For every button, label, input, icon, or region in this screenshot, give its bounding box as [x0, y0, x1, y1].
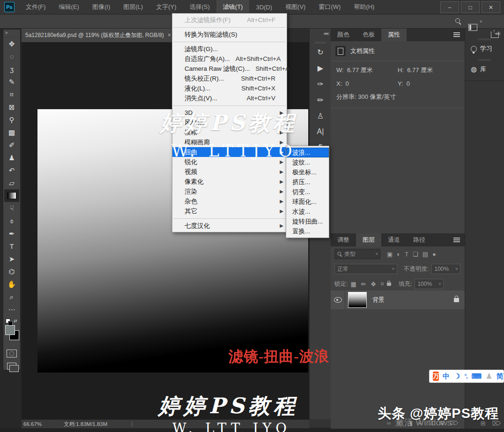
move-tool-icon[interactable]: ✥ — [4, 37, 19, 50]
menu-item-video[interactable]: 视频 ▶ — [172, 167, 287, 177]
ime-user-icon[interactable]: ♟ — [486, 372, 492, 380]
lock-artboard-icon[interactable]: ⌗ — [381, 280, 384, 288]
blend-mode-select[interactable]: 正常 ˅ — [334, 264, 397, 274]
gradient-tool-icon[interactable] — [4, 189, 19, 202]
workspace-icon[interactable] — [468, 24, 477, 31]
workspace-chevron-icon[interactable]: ˅ — [480, 19, 482, 24]
default-colors-icon[interactable] — [6, 319, 10, 323]
pen-tool-icon[interactable]: ✒ — [4, 227, 19, 240]
close-button[interactable]: ✕ — [482, 1, 500, 13]
tab-adjustments[interactable]: 调整 — [331, 233, 356, 246]
search-icon[interactable] — [455, 18, 461, 24]
menu-item-filter-gallery[interactable]: 滤镜库(G)... — [172, 44, 287, 54]
menu-type[interactable]: 文字(Y) — [149, 0, 183, 14]
history-panel-icon[interactable]: ↻ — [312, 45, 329, 59]
share-icon[interactable] — [491, 31, 499, 38]
menu-item-lens-correction[interactable]: 镜头校正(R)... Shift+Ctrl+R — [172, 74, 287, 83]
zoom-tool-icon[interactable]: ⌕ — [4, 290, 19, 303]
tab-channels[interactable]: 通道 — [381, 233, 407, 246]
submenu-item-displace[interactable]: 置换... — [286, 226, 329, 236]
panel-menu-icon[interactable] — [453, 32, 460, 37]
type-tool-icon[interactable]: T — [4, 240, 19, 253]
layer-visibility-toggle[interactable] — [331, 290, 345, 309]
actions-panel-icon[interactable]: ▶ — [312, 61, 329, 75]
frame-tool-icon[interactable]: ⊠ — [4, 101, 19, 113]
toolbar-collapse-icon[interactable]: » — [3, 30, 20, 37]
screen-mode-button[interactable] — [7, 363, 16, 370]
opacity-select[interactable]: 100% ˅ — [431, 264, 460, 274]
menu-layer[interactable]: 图层(L) — [117, 0, 149, 14]
ime-logo-icon[interactable]: 万 — [433, 372, 439, 381]
ime-mode-chinese[interactable]: 中 — [443, 372, 450, 381]
submenu-item-zigzag[interactable]: 水波... — [286, 207, 329, 216]
ime-bar[interactable]: 万 中☽°,⌨♟简 — [429, 370, 504, 383]
menu-item-noise[interactable]: 杂色 ▶ — [172, 196, 287, 206]
tab-properties[interactable]: 属性 — [381, 28, 407, 41]
swap-colors-icon[interactable]: ⇄ — [14, 319, 17, 323]
ime-simplified[interactable]: 简 — [497, 372, 504, 381]
pixel-layer-filter-icon[interactable]: ▣ — [387, 251, 393, 258]
patch-tool-icon[interactable]: ▩ — [4, 126, 19, 139]
layer-thumbnail[interactable] — [348, 292, 367, 308]
history-brush-tool-icon[interactable]: ↶ — [4, 164, 19, 177]
clone-stamp-tool-icon[interactable]: ♟ — [4, 151, 19, 164]
collapse-panels-icon[interactable]: ⋘ — [323, 31, 328, 36]
menu-item-adaptive-wide-angle[interactable]: 自适应广角(A)... Alt+Shift+Ctrl+A — [172, 54, 287, 64]
quick-mask-button[interactable] — [7, 350, 17, 358]
tab-paths[interactable]: 路径 — [407, 233, 432, 246]
panel-menu-icon[interactable] — [453, 238, 460, 242]
character-panel-icon[interactable]: A| — [312, 125, 329, 139]
maximize-button[interactable]: □ — [461, 1, 480, 13]
submenu-item-twirl[interactable]: 旋转扭曲... — [286, 216, 329, 226]
menu-item-render[interactable]: 渲染 ▶ — [172, 186, 287, 196]
tab-swatches[interactable]: 色板 — [356, 28, 381, 41]
menu-item-convert-smart-filters[interactable]: 转换为智能滤镜(S) — [172, 30, 287, 39]
filter-toggle-icon[interactable]: ● — [432, 251, 436, 258]
menu-item-pixelate[interactable]: 像素化 ▶ — [172, 177, 287, 186]
ime-halfmoon-icon[interactable]: ☽ — [454, 372, 460, 380]
smart-object-filter-icon[interactable]: ▤ — [422, 251, 428, 258]
brush-tool-icon[interactable]: ✐ — [4, 139, 19, 151]
menu-item-qidu-localization[interactable]: 七度汉化 ▶ — [172, 221, 287, 231]
smudge-tool-icon[interactable]: ☟ — [4, 202, 19, 215]
adjustment-layer-filter-icon[interactable]: ◐ — [397, 251, 400, 258]
ime-punctuation-icon[interactable]: °, — [464, 373, 467, 380]
ime-keyboard-icon[interactable]: ⌨ — [472, 372, 482, 380]
type-layer-filter-icon[interactable]: T — [405, 251, 408, 258]
path-selection-tool-icon[interactable]: ➤ — [4, 253, 19, 265]
lock-paint-icon[interactable]: ✏ — [361, 281, 366, 288]
document-tab[interactable]: 5a1282180e6a9.psd @ 119% (版权禁止叠加图, RGB/8… — [22, 28, 183, 42]
foreground-color-swatch[interactable] — [5, 325, 15, 335]
fill-select[interactable]: 100% ˅ — [415, 279, 444, 289]
menu-item-other[interactable]: 其它 ▶ — [172, 206, 287, 216]
menu-item-camera-raw[interactable]: Camera Raw 滤镜(C)... Shift+Ctrl+A — [172, 64, 287, 74]
menu-3d[interactable]: 3D(D) — [249, 0, 279, 14]
menu-item-vanishing-point[interactable]: 消失点(V)... Alt+Ctrl+V — [172, 93, 287, 103]
quick-selection-tool-icon[interactable]: ✎ — [4, 75, 19, 88]
menu-file[interactable]: 文件(F) — [19, 0, 52, 14]
dodge-tool-icon[interactable]: ⌽ — [4, 215, 19, 227]
menu-item-liquify[interactable]: 液化(L)... Shift+Ctrl+X — [172, 83, 287, 93]
menu-filter[interactable]: 滤镜(T) — [216, 0, 250, 14]
submenu-item-polar-coordinates[interactable]: 极坐标... — [286, 167, 329, 177]
submenu-item-spherize[interactable]: 球面化... — [286, 197, 329, 207]
hand-tool-icon[interactable]: ✋ — [4, 278, 19, 290]
brush-settings-panel-icon[interactable]: ✑ — [312, 77, 329, 91]
minimize-button[interactable]: – — [440, 1, 459, 13]
libraries-panel-button[interactable]: ◍ 库 — [465, 61, 504, 78]
brushes-panel-icon[interactable]: ✏ — [312, 93, 329, 107]
learn-panel-button[interactable]: 学习 — [465, 40, 504, 57]
status-chevron-icon[interactable]: 〉 — [131, 421, 136, 428]
menu-help[interactable]: 帮助(H) — [347, 0, 381, 14]
menu-item-last-filter[interactable]: 上次滤镜操作(F) Alt+Ctrl+F — [172, 15, 287, 25]
menu-view[interactable]: 视图(V) — [279, 0, 312, 14]
lock-all-icon[interactable] — [387, 283, 391, 286]
zoom-level[interactable]: 66.67% — [23, 421, 56, 427]
eraser-tool-icon[interactable]: ▱ — [4, 177, 19, 189]
tab-layers[interactable]: 图层 — [356, 233, 381, 246]
lock-move-icon[interactable]: ✥ — [371, 281, 376, 288]
shape-tool-icon[interactable]: ⌬ — [4, 265, 19, 278]
eyedropper-tool-icon[interactable]: ⚲ — [4, 113, 19, 126]
menu-edit[interactable]: 编辑(E) — [52, 0, 86, 14]
lock-transparency-icon[interactable]: ▦ — [350, 281, 356, 288]
